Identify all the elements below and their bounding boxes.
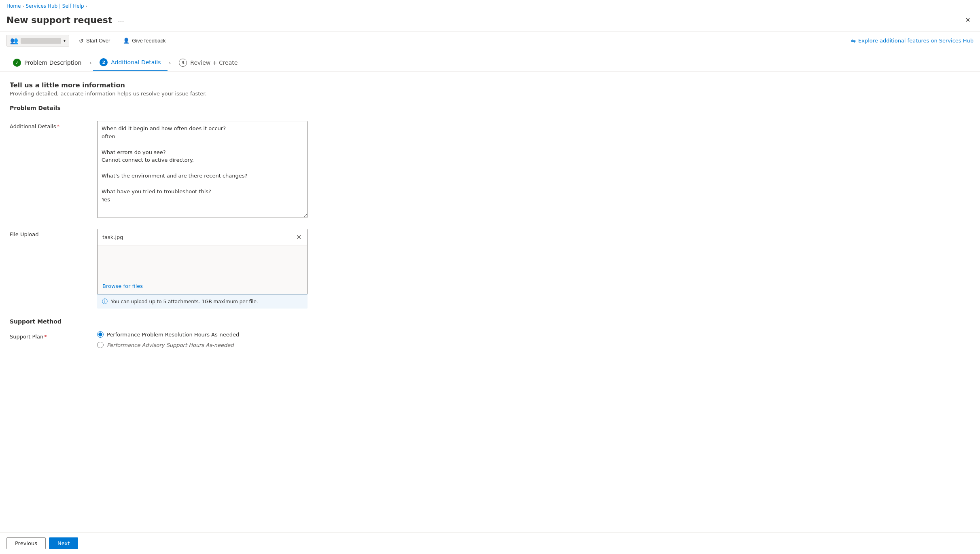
additional-details-label: Additional Details* bbox=[10, 121, 91, 129]
browse-files-button[interactable]: Browse for files bbox=[102, 283, 143, 289]
support-plan-options: Performance Problem Resolution Hours As-… bbox=[97, 331, 308, 352]
step-2-circle: 2 bbox=[100, 58, 108, 66]
step-arrow-2: › bbox=[168, 60, 173, 66]
problem-details-title: Problem Details bbox=[10, 105, 354, 114]
file-info-text: You can upload up to 5 attachments. 1GB … bbox=[111, 299, 258, 304]
info-icon: ⓘ bbox=[102, 298, 108, 305]
breadcrumb: Home › Services Hub | Self Help › bbox=[0, 0, 980, 12]
page-title: New support request bbox=[6, 15, 112, 25]
support-plan-option-2-label: Performance Advisory Support Hours As-ne… bbox=[107, 342, 233, 348]
required-marker: * bbox=[57, 123, 59, 129]
breadcrumb-home[interactable]: Home bbox=[6, 3, 21, 9]
support-plan-required: * bbox=[44, 334, 47, 340]
section-title: Tell us a little more information bbox=[10, 81, 354, 89]
workspace-dropdown[interactable]: 👥 ▾ bbox=[6, 35, 69, 47]
main-content: Tell us a little more information Provid… bbox=[0, 72, 364, 402]
support-plan-label: Support Plan* bbox=[10, 331, 91, 340]
file-upload-box: task.jpg ✕ Browse for files bbox=[97, 229, 308, 294]
breadcrumb-sep-1: › bbox=[22, 4, 24, 8]
support-method-section: Support Method Support Plan* Performance… bbox=[10, 318, 354, 352]
file-upload-row: File Upload task.jpg ✕ Browse for files … bbox=[10, 229, 354, 309]
file-drop-area: Browse for files bbox=[98, 245, 307, 294]
chevron-down-icon: ▾ bbox=[64, 38, 66, 43]
explore-label: Explore additional features on Services … bbox=[858, 38, 974, 44]
file-remove-button[interactable]: ✕ bbox=[295, 233, 302, 242]
additional-details-row: Additional Details* bbox=[10, 121, 354, 219]
start-over-button[interactable]: ↺ Start Over bbox=[76, 36, 113, 46]
toolbar-left: 👥 ▾ ↺ Start Over 👤 Give feedback bbox=[6, 35, 169, 47]
feedback-icon: 👤 bbox=[123, 38, 129, 44]
ellipsis-button[interactable]: ... bbox=[115, 15, 126, 25]
close-button[interactable]: × bbox=[962, 14, 974, 26]
support-plan-radio-2[interactable] bbox=[97, 342, 104, 348]
step-2-label: Additional Details bbox=[111, 59, 161, 66]
support-method-title: Support Method bbox=[10, 318, 354, 325]
next-button[interactable]: Next bbox=[49, 537, 78, 549]
toolbar: 👥 ▾ ↺ Start Over 👤 Give feedback ⇋ Explo… bbox=[0, 32, 980, 50]
support-plan-option-1-label: Performance Problem Resolution Hours As-… bbox=[107, 332, 239, 338]
support-plan-radio-1[interactable] bbox=[97, 331, 104, 338]
step-arrow-1: › bbox=[88, 60, 93, 66]
step-problem-description[interactable]: ✓ Problem Description bbox=[6, 55, 88, 71]
support-plan-row: Support Plan* Performance Problem Resolu… bbox=[10, 331, 354, 352]
page-header: New support request ... × bbox=[0, 12, 980, 32]
step-3-label: Review + Create bbox=[190, 59, 238, 66]
explore-icon: ⇋ bbox=[851, 38, 856, 44]
steps-bar: ✓ Problem Description › 2 Additional Det… bbox=[0, 50, 980, 72]
additional-details-control bbox=[97, 121, 308, 219]
step-1-circle: ✓ bbox=[13, 59, 21, 67]
bottom-nav: Previous Next bbox=[0, 532, 980, 554]
explore-features-link[interactable]: ⇋ Explore additional features on Service… bbox=[851, 38, 974, 44]
step-1-label: Problem Description bbox=[24, 59, 81, 66]
previous-button[interactable]: Previous bbox=[6, 537, 46, 549]
dropdown-text bbox=[21, 38, 61, 44]
step-review-create[interactable]: 3 Review + Create bbox=[172, 55, 244, 71]
breadcrumb-sep-2: › bbox=[86, 4, 87, 8]
file-upload-control: task.jpg ✕ Browse for files ⓘ You can up… bbox=[97, 229, 308, 309]
step-additional-details[interactable]: 2 Additional Details bbox=[93, 55, 167, 71]
give-feedback-label: Give feedback bbox=[132, 38, 165, 44]
org-icon: 👥 bbox=[10, 37, 18, 44]
page-header-left: New support request ... bbox=[6, 15, 126, 25]
page-wrapper: Home › Services Hub | Self Help › New su… bbox=[0, 0, 980, 554]
file-upload-label: File Upload bbox=[10, 229, 91, 237]
section-subtitle: Providing detailed, accurate information… bbox=[10, 91, 354, 97]
breadcrumb-services-hub[interactable]: Services Hub | Self Help bbox=[25, 3, 84, 9]
file-info-bar: ⓘ You can upload up to 5 attachments. 1G… bbox=[97, 294, 308, 309]
start-over-label: Start Over bbox=[86, 38, 110, 44]
file-name: task.jpg bbox=[102, 234, 123, 240]
step-3-circle: 3 bbox=[179, 59, 187, 67]
give-feedback-button[interactable]: 👤 Give feedback bbox=[120, 36, 169, 45]
additional-details-textarea[interactable] bbox=[97, 121, 308, 218]
refresh-icon: ↺ bbox=[79, 38, 84, 44]
file-upload-header: task.jpg ✕ bbox=[98, 229, 307, 245]
support-plan-option-1[interactable]: Performance Problem Resolution Hours As-… bbox=[97, 331, 308, 338]
support-plan-option-2[interactable]: Performance Advisory Support Hours As-ne… bbox=[97, 342, 308, 348]
